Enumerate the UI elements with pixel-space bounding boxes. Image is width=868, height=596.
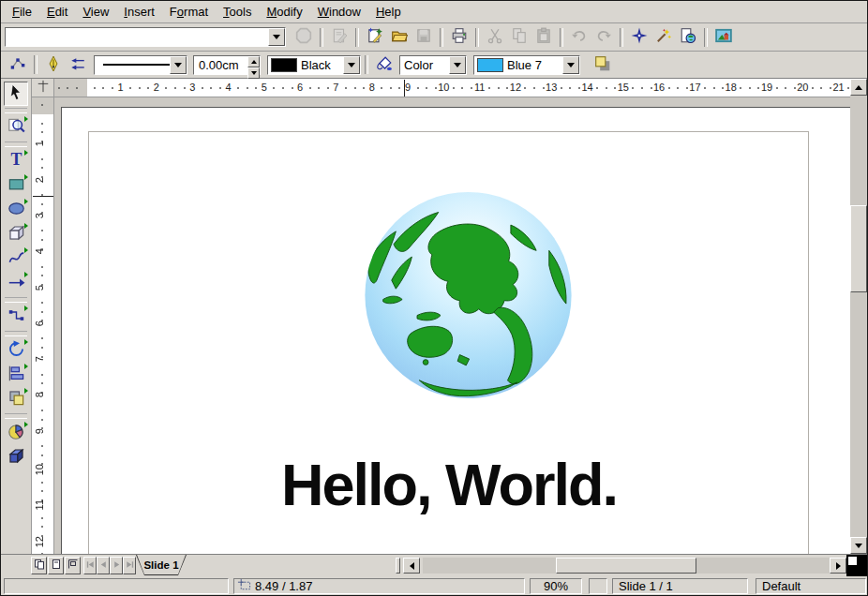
print-button[interactable] [448,26,471,49]
left-arrow-icon [406,562,414,570]
fill-color-swatch [477,58,503,72]
spin-down-icon[interactable] [247,67,260,79]
3d-controller-tool-button[interactable] [4,445,28,469]
status-zoom-field[interactable]: 90% [530,578,582,594]
ellipse-tool-button[interactable] [4,198,28,222]
tab-slide-1[interactable]: Slide 1 [136,555,187,575]
paste-icon [535,27,552,47]
spin-up-icon[interactable] [247,56,260,67]
crosshair-icon [37,80,50,96]
navigator-button[interactable] [628,26,651,49]
toolbar-separator [5,297,27,303]
horizontal-ruler: 123456789101112131415161718192021 [54,79,852,97]
flyout-arrow-icon [24,339,28,345]
flyout-arrow-icon [24,305,28,311]
slide-page[interactable]: Hello, World. [61,107,852,554]
area-style-select[interactable]: Color [399,55,467,75]
line-width-input[interactable]: 0.00cm [193,55,261,75]
horizontal-scrollbar[interactable] [423,558,846,574]
paint-bucket-icon [376,55,393,75]
master-view-button[interactable] [48,557,64,574]
menu-modify[interactable]: Modify [259,3,309,21]
open-button[interactable] [388,26,411,49]
nav-prev-icon [98,559,109,573]
layer-view-button[interactable] [65,557,81,574]
vertical-scroll-thumb[interactable] [850,205,867,292]
area-style-value[interactable]: Color [400,56,449,74]
menu-format[interactable]: Format [162,3,216,21]
line-color-select[interactable]: Black [267,55,361,75]
connectors-tool-button[interactable] [4,305,28,329]
ruler-origin-button[interactable] [32,79,54,97]
flyout-arrow-icon [24,116,28,122]
toolbar-separator [5,108,27,113]
zoom-tool-button[interactable] [4,115,28,140]
slide-title-text[interactable]: Hello, World. [90,451,808,518]
save-icon [415,27,432,47]
arrow-style-button[interactable] [67,53,89,76]
area-dialog-button[interactable] [373,53,396,76]
app-window: FileEditViewInsertFormatToolsModifyWindo… [0,0,868,596]
page-view-button[interactable] [31,557,47,574]
cut-button [484,26,506,49]
page-style: Default [762,579,801,593]
edit-points-button[interactable] [7,53,29,76]
text-tool-button[interactable]: T [4,149,28,173]
slide-nav-buttons [83,557,136,574]
scroll-left-button[interactable] [403,558,420,574]
select-tool-button[interactable] [4,82,28,106]
vertical-scrollbar[interactable] [850,79,867,554]
scroll-right-button[interactable] [830,558,846,574]
gallery-button[interactable] [712,26,735,49]
insert-hyperlink-button[interactable] [677,26,699,49]
right-arrow-icon [836,562,845,570]
url-combobox[interactable] [5,27,286,47]
line-style-select[interactable] [94,55,187,75]
arrange-tool-button[interactable] [4,387,28,411]
flyout-arrow-icon [24,422,28,427]
menu-insert[interactable]: Insert [116,3,162,21]
shadow-button[interactable] [591,53,614,76]
dropdown-arrow-icon[interactable] [449,56,466,74]
line-dialog-button[interactable] [42,53,65,76]
scroll-up-button[interactable] [850,79,867,96]
dropdown-arrow-icon[interactable] [268,28,285,46]
scroll-down-button[interactable] [850,537,867,554]
globe-image[interactable] [362,188,575,402]
dropdown-arrow-icon[interactable] [562,56,579,74]
dropdown-arrow-icon[interactable] [343,56,360,74]
horizontal-scroll-thumb[interactable] [556,558,696,574]
menu-file[interactable]: File [5,3,39,21]
pen-icon [45,55,62,75]
flyout-arrow-icon [24,272,28,277]
toolbar-separator [355,28,359,47]
area-color-select[interactable]: Blue 7 [473,55,580,75]
alignment-tool-button[interactable] [4,363,28,387]
curve-tool-button[interactable] [4,246,28,271]
nav-next-icon [112,559,122,573]
menu-view[interactable]: View [75,3,116,21]
new-from-template-button[interactable] [364,26,386,49]
lines-arrows-tool-button[interactable] [4,271,28,295]
rotate-tool-button[interactable] [4,338,28,363]
line-width-value[interactable]: 0.00cm [194,56,239,74]
copy-icon [511,27,528,47]
rectangle-tool-button[interactable] [4,173,28,198]
autopilot-button[interactable] [652,26,675,49]
drawing-canvas[interactable]: Hello, World. [54,97,852,554]
menu-tools[interactable]: Tools [216,3,259,21]
dropdown-arrow-icon[interactable] [170,56,187,74]
menu-window[interactable]: Window [310,3,368,21]
3d-objects-tool-button[interactable] [4,222,28,246]
status-page-style-field[interactable]: Default [756,578,866,594]
line-color-swatch [271,58,297,72]
tab-splitter[interactable] [396,558,400,574]
area-color-value[interactable]: Blue 7 [507,56,562,74]
line-color-value[interactable]: Black [301,56,343,74]
menu-help[interactable]: Help [368,3,409,21]
open-folder-icon [391,27,408,47]
effects-tool-button[interactable] [4,421,28,445]
document-globe-icon [680,27,696,47]
menu-edit[interactable]: Edit [39,3,75,21]
url-combobox-value[interactable] [6,28,268,46]
